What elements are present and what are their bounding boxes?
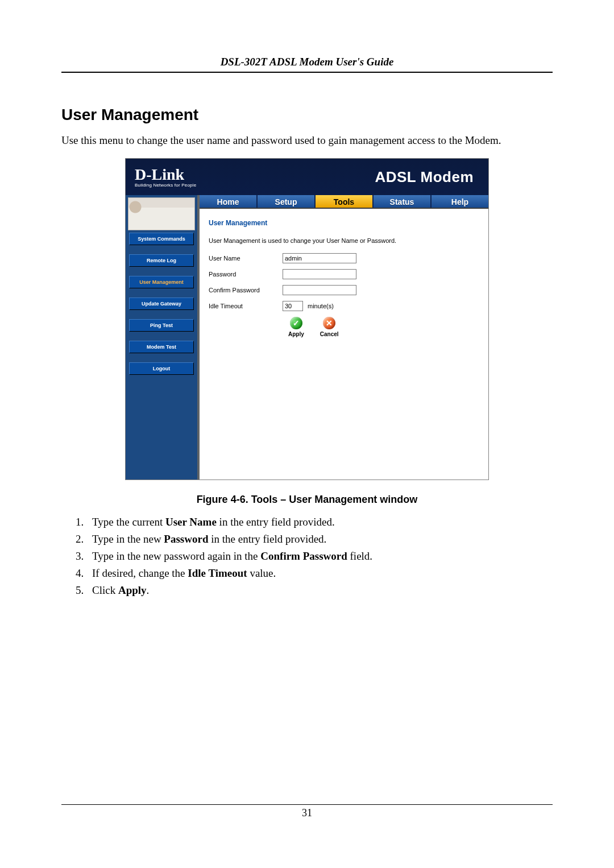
- confirm-password-label: Confirm Password: [209, 287, 283, 294]
- sidebar-item-ping-test[interactable]: Ping Test: [129, 319, 194, 332]
- row-password: Password: [209, 269, 479, 279]
- username-input[interactable]: [283, 253, 356, 263]
- tab-help[interactable]: Help: [432, 195, 488, 208]
- router-ui-window: D-Link Building Networks for People ADSL…: [125, 158, 489, 480]
- page-number: 31: [302, 807, 312, 819]
- instruction-step: Type in the new password again in the Co…: [86, 550, 553, 563]
- row-username: User Name: [209, 253, 479, 263]
- sidebar-item-update-gateway[interactable]: Update Gateway: [129, 297, 194, 310]
- content-area: Home Setup Tools Status Help User Manage…: [200, 195, 488, 480]
- instruction-step: Type the current User Name in the entry …: [86, 516, 553, 528]
- check-icon: ✓: [290, 317, 302, 329]
- section-title: User Management: [61, 106, 553, 124]
- instruction-step: Click Apply.: [86, 584, 553, 597]
- instruction-step: If desired, change the Idle Timeout valu…: [86, 567, 553, 580]
- password-input[interactable]: [283, 269, 356, 279]
- panel-description: User Management is used to change your U…: [209, 237, 479, 244]
- sidebar: System Commands Remote Log User Manageme…: [126, 195, 200, 480]
- apply-label: Apply: [288, 331, 304, 337]
- dlink-logo-tagline: Building Networks for People: [135, 183, 196, 188]
- idle-timeout-input[interactable]: [283, 301, 303, 311]
- confirm-password-input[interactable]: [283, 285, 356, 295]
- instruction-bold: Idle Timeout: [188, 567, 247, 579]
- instruction-bold: Confirm Password: [260, 550, 347, 562]
- cancel-button[interactable]: ✕ Cancel: [320, 317, 339, 337]
- instruction-bold: Password: [164, 533, 208, 545]
- username-label: User Name: [209, 255, 283, 262]
- cancel-label: Cancel: [320, 331, 339, 337]
- router-header: D-Link Building Networks for People ADSL…: [126, 159, 488, 195]
- instruction-bold: Apply: [118, 584, 147, 596]
- sidebar-item-remote-log[interactable]: Remote Log: [129, 254, 194, 267]
- tab-bar: Home Setup Tools Status Help: [200, 195, 488, 209]
- instruction-bold: User Name: [165, 516, 217, 528]
- instruction-step: Type in the new Password in the entry fi…: [86, 533, 553, 545]
- header-product-title: ADSL Modem: [375, 168, 474, 186]
- sidebar-item-user-management[interactable]: User Management: [129, 276, 194, 288]
- page-footer: 31: [61, 804, 553, 819]
- tab-home[interactable]: Home: [200, 195, 258, 208]
- sidebar-item-modem-test[interactable]: Modem Test: [129, 341, 194, 353]
- tab-setup[interactable]: Setup: [258, 195, 316, 208]
- idle-timeout-label: Idle Timeout: [209, 303, 283, 309]
- panel-user-management: User Management User Management is used …: [200, 209, 488, 349]
- password-label: Password: [209, 271, 283, 278]
- sidebar-item-system-commands[interactable]: System Commands: [129, 233, 194, 245]
- sidebar-item-logout[interactable]: Logout: [129, 362, 194, 375]
- tab-status[interactable]: Status: [374, 195, 432, 208]
- intro-paragraph: Use this menu to change the user name an…: [61, 134, 553, 147]
- dlink-logo: D-Link Building Networks for People: [135, 167, 196, 188]
- instruction-list: Type the current User Name in the entry …: [61, 516, 553, 597]
- dlink-logo-text: D-Link: [135, 166, 184, 183]
- close-icon: ✕: [323, 317, 335, 329]
- idle-timeout-unit: minute(s): [308, 303, 334, 309]
- figure-caption: Figure 4-6. Tools – User Management wind…: [61, 494, 553, 506]
- apply-button[interactable]: ✓ Apply: [288, 317, 304, 337]
- panel-title: User Management: [209, 219, 479, 227]
- running-header: DSL-302T ADSL Modem User's Guide: [61, 56, 553, 73]
- tab-tools[interactable]: Tools: [316, 195, 374, 208]
- action-row: ✓ Apply ✕ Cancel: [288, 317, 479, 337]
- sidebar-thumbnail: [128, 197, 195, 230]
- row-idle-timeout: Idle Timeout minute(s): [209, 301, 479, 311]
- row-confirm-password: Confirm Password: [209, 285, 479, 295]
